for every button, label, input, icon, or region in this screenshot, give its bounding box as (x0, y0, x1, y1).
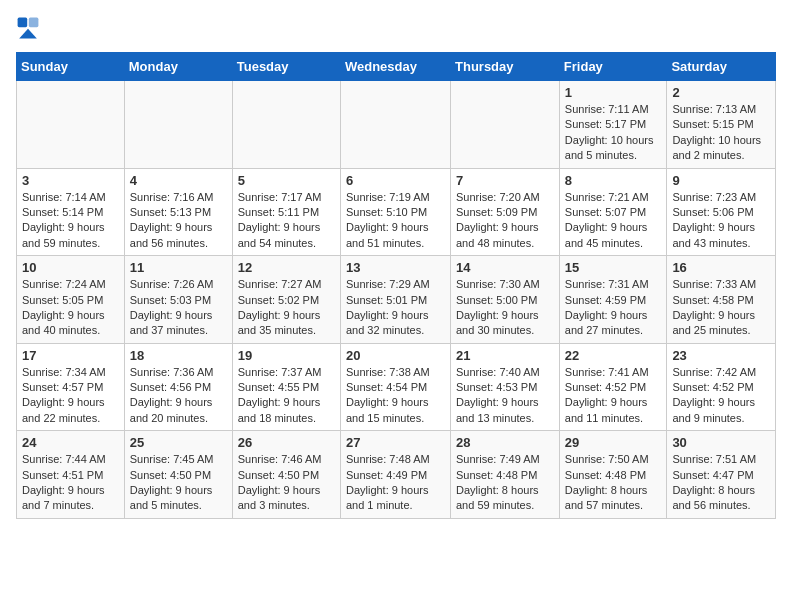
day-number: 18 (130, 348, 227, 363)
calendar-cell: 14Sunrise: 7:30 AM Sunset: 5:00 PM Dayli… (451, 256, 560, 344)
day-number: 9 (672, 173, 770, 188)
calendar-cell: 22Sunrise: 7:41 AM Sunset: 4:52 PM Dayli… (559, 343, 667, 431)
calendar-table: SundayMondayTuesdayWednesdayThursdayFrid… (16, 52, 776, 519)
weekday-header-saturday: Saturday (667, 53, 776, 81)
day-number: 5 (238, 173, 335, 188)
day-info: Sunrise: 7:31 AM Sunset: 4:59 PM Dayligh… (565, 277, 662, 339)
weekday-header-thursday: Thursday (451, 53, 560, 81)
day-info: Sunrise: 7:36 AM Sunset: 4:56 PM Dayligh… (130, 365, 227, 427)
calendar-cell: 13Sunrise: 7:29 AM Sunset: 5:01 PM Dayli… (340, 256, 450, 344)
day-info: Sunrise: 7:27 AM Sunset: 5:02 PM Dayligh… (238, 277, 335, 339)
logo (16, 16, 44, 40)
day-number: 12 (238, 260, 335, 275)
calendar-cell (451, 81, 560, 169)
calendar-week-2: 3Sunrise: 7:14 AM Sunset: 5:14 PM Daylig… (17, 168, 776, 256)
calendar-cell (124, 81, 232, 169)
calendar-cell: 24Sunrise: 7:44 AM Sunset: 4:51 PM Dayli… (17, 431, 125, 519)
calendar-cell: 18Sunrise: 7:36 AM Sunset: 4:56 PM Dayli… (124, 343, 232, 431)
calendar-cell: 25Sunrise: 7:45 AM Sunset: 4:50 PM Dayli… (124, 431, 232, 519)
day-info: Sunrise: 7:33 AM Sunset: 4:58 PM Dayligh… (672, 277, 770, 339)
day-number: 20 (346, 348, 445, 363)
day-number: 8 (565, 173, 662, 188)
day-info: Sunrise: 7:29 AM Sunset: 5:01 PM Dayligh… (346, 277, 445, 339)
day-number: 21 (456, 348, 554, 363)
weekday-header-sunday: Sunday (17, 53, 125, 81)
weekday-header-row: SundayMondayTuesdayWednesdayThursdayFrid… (17, 53, 776, 81)
day-number: 17 (22, 348, 119, 363)
calendar-week-4: 17Sunrise: 7:34 AM Sunset: 4:57 PM Dayli… (17, 343, 776, 431)
day-number: 19 (238, 348, 335, 363)
calendar-cell: 7Sunrise: 7:20 AM Sunset: 5:09 PM Daylig… (451, 168, 560, 256)
weekday-header-tuesday: Tuesday (232, 53, 340, 81)
calendar-cell: 15Sunrise: 7:31 AM Sunset: 4:59 PM Dayli… (559, 256, 667, 344)
calendar-cell: 10Sunrise: 7:24 AM Sunset: 5:05 PM Dayli… (17, 256, 125, 344)
day-info: Sunrise: 7:49 AM Sunset: 4:48 PM Dayligh… (456, 452, 554, 514)
day-info: Sunrise: 7:50 AM Sunset: 4:48 PM Dayligh… (565, 452, 662, 514)
day-number: 6 (346, 173, 445, 188)
day-info: Sunrise: 7:13 AM Sunset: 5:15 PM Dayligh… (672, 102, 770, 164)
header-area (16, 16, 776, 40)
day-number: 25 (130, 435, 227, 450)
calendar-cell: 20Sunrise: 7:38 AM Sunset: 4:54 PM Dayli… (340, 343, 450, 431)
weekday-header-wednesday: Wednesday (340, 53, 450, 81)
day-info: Sunrise: 7:48 AM Sunset: 4:49 PM Dayligh… (346, 452, 445, 514)
day-number: 23 (672, 348, 770, 363)
day-number: 26 (238, 435, 335, 450)
day-info: Sunrise: 7:24 AM Sunset: 5:05 PM Dayligh… (22, 277, 119, 339)
day-number: 22 (565, 348, 662, 363)
day-number: 4 (130, 173, 227, 188)
day-number: 27 (346, 435, 445, 450)
calendar-week-1: 1Sunrise: 7:11 AM Sunset: 5:17 PM Daylig… (17, 81, 776, 169)
day-number: 1 (565, 85, 662, 100)
calendar-cell: 17Sunrise: 7:34 AM Sunset: 4:57 PM Dayli… (17, 343, 125, 431)
day-number: 10 (22, 260, 119, 275)
day-info: Sunrise: 7:19 AM Sunset: 5:10 PM Dayligh… (346, 190, 445, 252)
calendar-cell: 21Sunrise: 7:40 AM Sunset: 4:53 PM Dayli… (451, 343, 560, 431)
day-number: 24 (22, 435, 119, 450)
day-info: Sunrise: 7:21 AM Sunset: 5:07 PM Dayligh… (565, 190, 662, 252)
day-info: Sunrise: 7:40 AM Sunset: 4:53 PM Dayligh… (456, 365, 554, 427)
day-info: Sunrise: 7:30 AM Sunset: 5:00 PM Dayligh… (456, 277, 554, 339)
logo-icon (16, 16, 40, 40)
calendar-cell: 12Sunrise: 7:27 AM Sunset: 5:02 PM Dayli… (232, 256, 340, 344)
day-number: 28 (456, 435, 554, 450)
day-number: 7 (456, 173, 554, 188)
day-info: Sunrise: 7:11 AM Sunset: 5:17 PM Dayligh… (565, 102, 662, 164)
calendar-cell: 16Sunrise: 7:33 AM Sunset: 4:58 PM Dayli… (667, 256, 776, 344)
calendar-cell: 6Sunrise: 7:19 AM Sunset: 5:10 PM Daylig… (340, 168, 450, 256)
calendar-cell: 29Sunrise: 7:50 AM Sunset: 4:48 PM Dayli… (559, 431, 667, 519)
day-info: Sunrise: 7:37 AM Sunset: 4:55 PM Dayligh… (238, 365, 335, 427)
calendar-week-3: 10Sunrise: 7:24 AM Sunset: 5:05 PM Dayli… (17, 256, 776, 344)
svg-marker-2 (19, 29, 37, 39)
day-info: Sunrise: 7:23 AM Sunset: 5:06 PM Dayligh… (672, 190, 770, 252)
day-info: Sunrise: 7:46 AM Sunset: 4:50 PM Dayligh… (238, 452, 335, 514)
day-info: Sunrise: 7:41 AM Sunset: 4:52 PM Dayligh… (565, 365, 662, 427)
calendar-cell: 3Sunrise: 7:14 AM Sunset: 5:14 PM Daylig… (17, 168, 125, 256)
day-number: 30 (672, 435, 770, 450)
day-number: 29 (565, 435, 662, 450)
calendar-cell: 2Sunrise: 7:13 AM Sunset: 5:15 PM Daylig… (667, 81, 776, 169)
day-info: Sunrise: 7:26 AM Sunset: 5:03 PM Dayligh… (130, 277, 227, 339)
day-number: 14 (456, 260, 554, 275)
day-info: Sunrise: 7:44 AM Sunset: 4:51 PM Dayligh… (22, 452, 119, 514)
svg-rect-0 (18, 18, 28, 28)
calendar-cell: 23Sunrise: 7:42 AM Sunset: 4:52 PM Dayli… (667, 343, 776, 431)
day-number: 15 (565, 260, 662, 275)
calendar-cell: 26Sunrise: 7:46 AM Sunset: 4:50 PM Dayli… (232, 431, 340, 519)
calendar-cell (232, 81, 340, 169)
day-info: Sunrise: 7:51 AM Sunset: 4:47 PM Dayligh… (672, 452, 770, 514)
calendar-cell (17, 81, 125, 169)
day-number: 11 (130, 260, 227, 275)
day-info: Sunrise: 7:45 AM Sunset: 4:50 PM Dayligh… (130, 452, 227, 514)
calendar-cell: 19Sunrise: 7:37 AM Sunset: 4:55 PM Dayli… (232, 343, 340, 431)
calendar-cell: 11Sunrise: 7:26 AM Sunset: 5:03 PM Dayli… (124, 256, 232, 344)
calendar-cell: 1Sunrise: 7:11 AM Sunset: 5:17 PM Daylig… (559, 81, 667, 169)
weekday-header-monday: Monday (124, 53, 232, 81)
day-number: 2 (672, 85, 770, 100)
calendar-cell: 28Sunrise: 7:49 AM Sunset: 4:48 PM Dayli… (451, 431, 560, 519)
calendar-cell: 30Sunrise: 7:51 AM Sunset: 4:47 PM Dayli… (667, 431, 776, 519)
calendar-week-5: 24Sunrise: 7:44 AM Sunset: 4:51 PM Dayli… (17, 431, 776, 519)
day-number: 16 (672, 260, 770, 275)
day-info: Sunrise: 7:16 AM Sunset: 5:13 PM Dayligh… (130, 190, 227, 252)
day-info: Sunrise: 7:38 AM Sunset: 4:54 PM Dayligh… (346, 365, 445, 427)
